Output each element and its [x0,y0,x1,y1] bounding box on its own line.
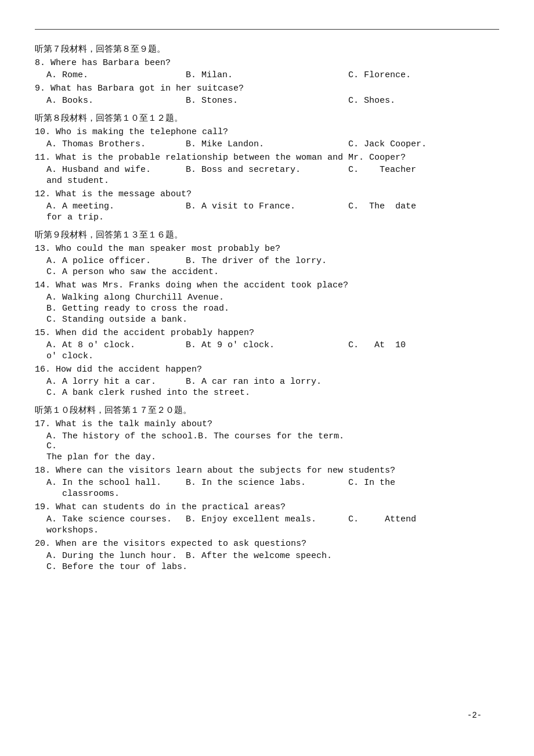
q14-optB: B. Getting ready to cross the road. [46,304,499,314]
question-20: 20. When are the visitors expected to as… [35,539,499,549]
q8-options: A. Rome. B. Milan. C. Florence. [46,70,499,80]
q17-optB: B. The courses for the term. [198,431,360,441]
question-12: 12. What is the message about? [35,189,499,199]
q18-continuation: classrooms. [46,489,499,499]
q14-options: A. Walking along Churchill Avenue. B. Ge… [46,293,499,325]
q20-options-row1: A. During the lunch hour. B. After the w… [46,551,499,561]
q10-optB: B. Mike Landon. [186,139,348,149]
q19-optC: C. Attend [348,514,488,524]
q20-optA: A. During the lunch hour. [46,551,186,561]
q10-optC: C. Jack Cooper. [348,139,488,149]
question-17: 17. What is the talk mainly about? [35,419,499,429]
q17-continuation: The plan for the day. [46,452,499,462]
section10-header: 听第１０段材料，回答第１７至２０题。 [35,405,499,416]
q11-continuation: and student. [46,176,499,186]
q9-optC: C. Shoes. [348,96,488,106]
q9-optA: A. Books. [46,96,186,106]
q19-optB: B. Enjoy excellent meals. [186,514,348,524]
question-13: 13. Who could the man speaker most proba… [35,244,499,254]
q10-options: A. Thomas Brothers. B. Mike Landon. C. J… [46,139,499,149]
q18-optC: C. In the [348,478,488,488]
q12-optB: B. A visit to France. [186,201,348,211]
q15-optC: C. At 10 [348,340,488,350]
q16-optA: A. A lorry hit a car. [46,377,186,387]
q15-optA: A. At 8 o' clock. [46,340,186,350]
question-18: 18. Where can the visitors learn about t… [35,466,499,476]
q14-optA: A. Walking along Churchill Avenue. [46,293,499,303]
q12-continuation: for a trip. [46,213,499,222]
q18-optA: A. In the school hall. [46,478,186,488]
question-19: 19. What can students do in the practica… [35,502,499,512]
question-10: 10. Who is making the telephone call? [35,127,499,137]
q10-optA: A. Thomas Brothers. [46,139,186,149]
q14-optC: C. Standing outside a bank. [46,315,499,325]
q19-continuation: workshops. [46,525,499,535]
q11-optB: B. Boss and secretary. [186,165,348,175]
q16-options-row1: A. A lorry hit a car. B. A car ran into … [46,377,499,387]
page-number: -2- [467,711,482,720]
q13-optA: A. A police officer. [46,256,186,266]
q18-optB: B. In the science labs. [186,478,348,488]
q17-optC: C. [46,441,186,451]
question-8: 8. Where has Barbara been? [35,58,499,68]
question-16: 16. How did the accident happen? [35,365,499,375]
question-9: 9. What has Barbara got in her suitcase? [35,84,499,93]
q19-optA: A. Take science courses. [46,514,186,524]
q17-options: A. The history of the school. B. The cou… [46,431,499,451]
q13-optB: B. The driver of the lorry. [186,256,327,266]
q12-optC: C. The date [348,201,488,211]
q11-optC: C. Teacher [348,165,488,175]
q8-optA: A. Rome. [46,70,186,80]
q20-optC: C. Before the tour of labs. [46,562,499,572]
q18-options: A. In the school hall. B. In the science… [46,478,499,488]
question-15: 15. When did the accident probably happe… [35,328,499,338]
q17-optA: A. The history of the school. [46,431,198,441]
section9-header: 听第９段材料，回答第１３至１６题。 [35,229,499,240]
q11-options: A. Husband and wife. B. Boss and secreta… [46,165,499,175]
q16-optC: C. A bank clerk rushed into the street. [46,388,499,398]
q15-options: A. At 8 o' clock. B. At 9 o' clock. C. A… [46,340,499,350]
q20-optB: B. After the welcome speech. [186,551,332,561]
section8-header: 听第８段材料，回答第１０至１２题。 [35,113,499,124]
q15-continuation: o' clock. [46,351,499,361]
q19-options: A. Take science courses. B. Enjoy excell… [46,514,499,524]
section7-header: 听第７段材料，回答第８至９题。 [35,44,499,55]
q11-optA: A. Husband and wife. [46,165,186,175]
q9-optB: B. Stones. [186,96,348,106]
q13-options-row1: A. A police officer. B. The driver of th… [46,256,499,266]
q13-optC: C. A person who saw the accident. [46,267,499,277]
q8-optC: C. Florence. [348,70,488,80]
top-divider [35,29,499,30]
q8-optB: B. Milan. [186,70,348,80]
q12-optA: A. A meeting. [46,201,186,211]
q12-options: A. A meeting. B. A visit to France. C. T… [46,201,499,211]
q16-optB: B. A car ran into a lorry. [186,377,325,387]
question-14: 14. What was Mrs. Franks doing when the … [35,280,499,290]
q15-optB: B. At 9 o' clock. [186,340,348,350]
q9-options: A. Books. B. Stones. C. Shoes. [46,96,499,106]
question-11: 11. What is the probable relationship be… [35,153,499,163]
